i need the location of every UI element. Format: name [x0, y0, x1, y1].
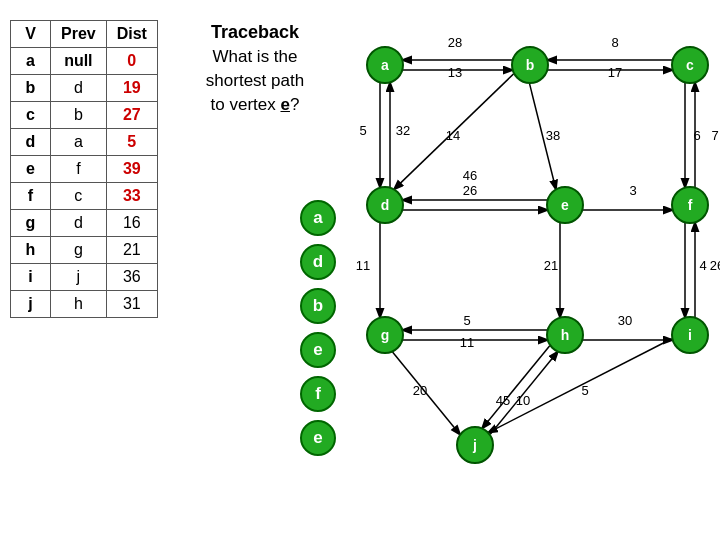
graph-node-i: i: [672, 317, 708, 353]
traceback-section: Traceback What is the shortest path to v…: [175, 20, 335, 117]
edge-label: 45: [496, 393, 510, 408]
edge-label: 38: [546, 128, 560, 143]
traceback-node: e: [300, 420, 336, 456]
table-row-dist: 16: [106, 210, 157, 237]
traceback-node: d: [300, 244, 336, 280]
svg-text:g: g: [381, 327, 390, 343]
edge-label: 46: [463, 168, 477, 183]
edge-label: 8: [611, 35, 618, 50]
graph-node-f: f: [672, 187, 708, 223]
traceback-node: f: [300, 376, 336, 412]
table-row-dist: 27: [106, 102, 157, 129]
col-prev: Prev: [51, 21, 107, 48]
table-row-v: a: [11, 48, 51, 75]
edge-label: 26: [463, 183, 477, 198]
table-row-v: b: [11, 75, 51, 102]
table-row-prev: d: [51, 75, 107, 102]
edge-label: 3: [629, 183, 636, 198]
traceback-node: e: [300, 332, 336, 368]
table-row-dist: 39: [106, 156, 157, 183]
table-row-prev: a: [51, 129, 107, 156]
table-row-dist: 21: [106, 237, 157, 264]
edge-label: 17: [608, 65, 622, 80]
table-row-prev: f: [51, 156, 107, 183]
table-row-dist: 33: [106, 183, 157, 210]
table-row-v: f: [11, 183, 51, 210]
table-row-v: c: [11, 102, 51, 129]
graph-node-h: h: [547, 317, 583, 353]
table-row-v: g: [11, 210, 51, 237]
graph-node-b: b: [512, 47, 548, 83]
edge-label: 4: [699, 258, 706, 273]
table-row-prev: j: [51, 264, 107, 291]
table-row-prev: d: [51, 210, 107, 237]
table-row-v: i: [11, 264, 51, 291]
traceback-list: adbefe: [300, 200, 336, 456]
graph-node-a: a: [367, 47, 403, 83]
graph-section: 2881317532143867263461121426530112045105…: [355, 5, 720, 540]
edge-label: 26: [710, 258, 720, 273]
edge-label: 7: [711, 128, 718, 143]
svg-text:i: i: [688, 327, 692, 343]
edge-label: 5: [463, 313, 470, 328]
graph-node-g: g: [367, 317, 403, 353]
traceback-node: a: [300, 200, 336, 236]
edge-label: 28: [448, 35, 462, 50]
table-row-prev: h: [51, 291, 107, 318]
edge-label: 21: [544, 258, 558, 273]
traceback-title: Traceback: [175, 20, 335, 45]
traceback-node: b: [300, 288, 336, 324]
col-v: V: [11, 21, 51, 48]
svg-text:h: h: [561, 327, 570, 343]
edge-label: 11: [460, 335, 474, 350]
table-row-dist: 36: [106, 264, 157, 291]
svg-text:e: e: [561, 197, 569, 213]
svg-text:j: j: [472, 437, 477, 453]
edge-label: 5: [359, 123, 366, 138]
traceback-line1: What is the: [175, 45, 335, 69]
edge-label: 11: [356, 258, 370, 273]
edge-label: 10: [516, 393, 530, 408]
graph-node-c: c: [672, 47, 708, 83]
table-row-prev: b: [51, 102, 107, 129]
svg-text:d: d: [381, 197, 390, 213]
graph-node-d: d: [367, 187, 403, 223]
graph-node-e: e: [547, 187, 583, 223]
table-row-prev: null: [51, 48, 107, 75]
table-row-v: d: [11, 129, 51, 156]
table-row-v: h: [11, 237, 51, 264]
edge-label: 32: [396, 123, 410, 138]
distance-table: V Prev Dist anull0bd19cb27da5ef39fc33gd1…: [10, 20, 158, 318]
svg-text:a: a: [381, 57, 389, 73]
table-row-v: e: [11, 156, 51, 183]
edge-label: 13: [448, 65, 462, 80]
table-row-v: j: [11, 291, 51, 318]
graph-edge: [489, 339, 672, 433]
table-row-dist: 5: [106, 129, 157, 156]
table-row-dist: 31: [106, 291, 157, 318]
table-row-dist: 19: [106, 75, 157, 102]
graph-node-j: j: [457, 427, 493, 463]
svg-text:c: c: [686, 57, 694, 73]
edge-label: 14: [446, 128, 460, 143]
col-dist: Dist: [106, 21, 157, 48]
table-row-prev: c: [51, 183, 107, 210]
graph-edge: [483, 346, 550, 428]
edge-label: 5: [581, 383, 588, 398]
edge-label: 30: [618, 313, 632, 328]
svg-text:f: f: [688, 197, 693, 213]
traceback-line2: shortest path: [175, 69, 335, 93]
table-row-prev: g: [51, 237, 107, 264]
svg-text:b: b: [526, 57, 535, 73]
edge-label: 20: [413, 383, 427, 398]
traceback-line3: to vertex e?: [175, 93, 335, 117]
table-row-dist: 0: [106, 48, 157, 75]
